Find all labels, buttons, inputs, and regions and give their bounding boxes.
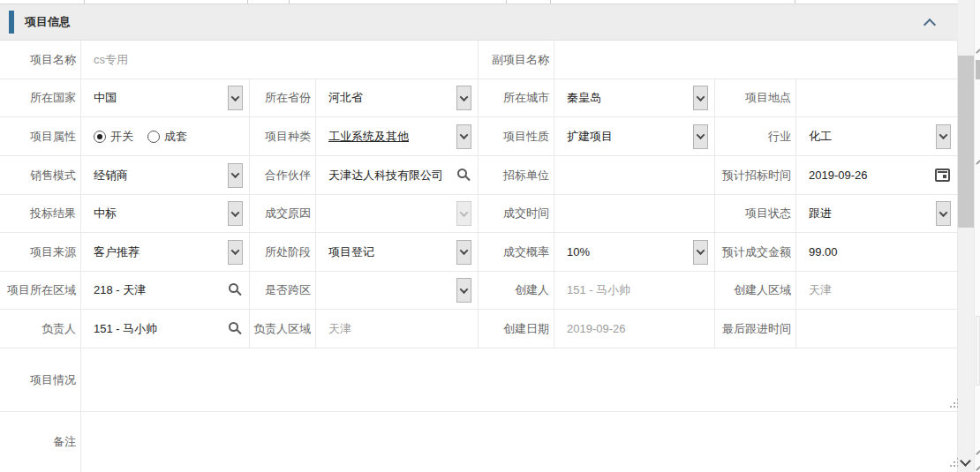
owner-label: 负责人 <box>0 310 81 348</box>
chevron-down-icon <box>231 169 240 178</box>
chevron-down-icon <box>231 208 240 217</box>
project-info-panel: 项目信息 项目名称 cs专用 副项目名称 所在国家 中国 所在省份 河北省 所在… <box>0 0 980 472</box>
deal-reason-dropdown-button <box>456 201 471 226</box>
sales-mode-label: 销售模式 <box>0 156 81 194</box>
owner-lookup[interactable]: 151 - 马小帅 <box>81 310 250 348</box>
remark-textarea[interactable] <box>81 412 958 472</box>
bidding-unit-label: 招标单位 <box>479 156 554 194</box>
city-label: 所在城市 <box>479 79 554 116</box>
stage-dropdown-button[interactable] <box>456 240 471 265</box>
sales-mode-select[interactable]: 经销商 <box>81 156 250 194</box>
section-title: 项目信息 <box>25 14 71 30</box>
nature-dropdown-button[interactable] <box>693 124 708 149</box>
chevron-up-icon <box>923 19 936 31</box>
bid-result-dropdown-button[interactable] <box>228 201 243 226</box>
search-icon[interactable] <box>229 283 238 293</box>
chevron-down-icon <box>460 246 469 255</box>
chevron-down-icon <box>939 208 948 217</box>
sales-mode-dropdown-button[interactable] <box>228 163 243 188</box>
city-dropdown-button[interactable] <box>693 86 708 110</box>
creator-value: 151 - 马小帅 <box>554 272 715 309</box>
bidding-unit-input[interactable] <box>554 156 715 194</box>
collapse-section-button[interactable] <box>921 17 939 31</box>
attribute-option-set[interactable]: 成套 <box>164 129 187 145</box>
nature-select[interactable]: 扩建项目 <box>554 117 715 155</box>
radio-unselected-icon[interactable] <box>147 131 160 143</box>
resize-grip-icon <box>976 450 980 455</box>
create-date-label: 创建日期 <box>479 310 554 348</box>
category-dropdown-button[interactable] <box>456 124 471 149</box>
category-select[interactable]: 工业系统及其他 <box>316 117 479 155</box>
resize-grip-icon <box>976 466 980 471</box>
industry-select[interactable]: 化工 <box>796 117 958 155</box>
stage-select[interactable]: 项目登记 <box>316 233 479 271</box>
location-label: 项目地点 <box>715 79 796 116</box>
deal-probability-select[interactable]: 10% <box>554 233 715 271</box>
sub-project-name-input[interactable] <box>554 41 958 79</box>
accent-bar <box>9 11 14 34</box>
project-region-lookup[interactable]: 218 - 天津 <box>81 272 250 309</box>
calendar-icon[interactable] <box>935 169 950 182</box>
cross-region-select[interactable] <box>316 272 479 309</box>
chevron-down-icon <box>697 246 705 255</box>
creator-label: 创建人 <box>479 272 554 309</box>
attribute-option-switch[interactable]: 开关 <box>110 129 133 145</box>
radio-selected-icon[interactable] <box>94 131 106 143</box>
cross-region-dropdown-button[interactable] <box>456 278 471 303</box>
bid-result-select[interactable]: 中标 <box>81 195 250 232</box>
resize-grip-icon <box>976 160 980 165</box>
project-situation-label: 项目情况 <box>0 348 81 411</box>
project-region-label: 项目所在区域 <box>0 272 81 309</box>
project-name-input[interactable]: cs专用 <box>81 41 479 79</box>
nature-label: 项目性质 <box>479 117 554 155</box>
deal-probability-dropdown-button[interactable] <box>693 240 708 265</box>
resize-grip-icon <box>976 49 980 54</box>
scroll-down-arrow-icon[interactable] <box>960 455 971 467</box>
scrollbar-thumb[interactable] <box>958 56 974 228</box>
project-source-label: 项目来源 <box>0 233 81 271</box>
chevron-down-icon <box>231 93 240 101</box>
form-row-7: 项目所在区域 218 - 天津 是否跨区 创建人 151 - 马小帅 创建人区域… <box>0 272 959 310</box>
country-label: 所在国家 <box>0 79 81 116</box>
form-row-3: 项目属性 开关 成套 项目种类 工业系统及其他 项目性质 扩建项目 行业 化工 <box>0 117 959 156</box>
city-select[interactable]: 秦皇岛 <box>554 79 715 116</box>
province-dropdown-button[interactable] <box>456 86 471 110</box>
cross-region-label: 是否跨区 <box>250 272 316 309</box>
chevron-down-icon <box>697 131 705 139</box>
expected-amount-label: 预计成交金额 <box>715 233 796 271</box>
create-date-value: 2019-09-26 <box>554 310 715 348</box>
browser-scrollbar-sliver[interactable] <box>974 0 980 472</box>
industry-dropdown-button[interactable] <box>936 124 951 149</box>
category-label: 项目种类 <box>250 117 316 155</box>
country-select[interactable]: 中国 <box>81 79 250 116</box>
chevron-down-icon <box>460 208 469 217</box>
section-header: 项目信息 <box>0 4 958 41</box>
resize-grip-icon[interactable] <box>950 458 952 460</box>
province-select[interactable]: 河北省 <box>316 79 479 116</box>
panel-scrollbar[interactable] <box>958 0 974 472</box>
project-status-select[interactable]: 跟进 <box>796 195 958 232</box>
expected-amount-input[interactable]: 99.00 <box>796 233 958 271</box>
industry-label: 行业 <box>715 117 796 155</box>
province-label: 所在省份 <box>250 79 316 116</box>
search-icon[interactable] <box>229 322 238 332</box>
form-row-10: 备注 <box>0 412 959 472</box>
country-dropdown-button[interactable] <box>228 86 243 110</box>
project-status-dropdown-button[interactable] <box>936 201 951 226</box>
resize-grip-icon[interactable] <box>950 399 952 401</box>
partner-lookup[interactable]: 天津达人科技有限公司 <box>316 156 479 194</box>
stage-label: 所处阶段 <box>250 233 316 271</box>
last-follow-time-value <box>796 310 958 348</box>
project-source-select[interactable]: 客户推荐 <box>81 233 250 271</box>
project-source-dropdown-button[interactable] <box>228 240 243 265</box>
expected-bid-time-picker[interactable]: 2019-09-26 <box>796 156 958 194</box>
search-icon[interactable] <box>457 169 467 178</box>
project-situation-textarea[interactable] <box>81 348 958 411</box>
form-row-6: 项目来源 客户推荐 所处阶段 项目登记 成交概率 10% 预计成交金额 99.0… <box>0 233 959 272</box>
outer-scrollbar-thumb[interactable] <box>976 60 980 79</box>
creator-region-label: 创建人区域 <box>715 272 796 309</box>
owner-region-value: 天津 <box>316 310 479 348</box>
bid-result-label: 投标结果 <box>0 195 81 232</box>
location-input[interactable] <box>796 79 958 116</box>
deal-time-input[interactable] <box>554 195 715 232</box>
